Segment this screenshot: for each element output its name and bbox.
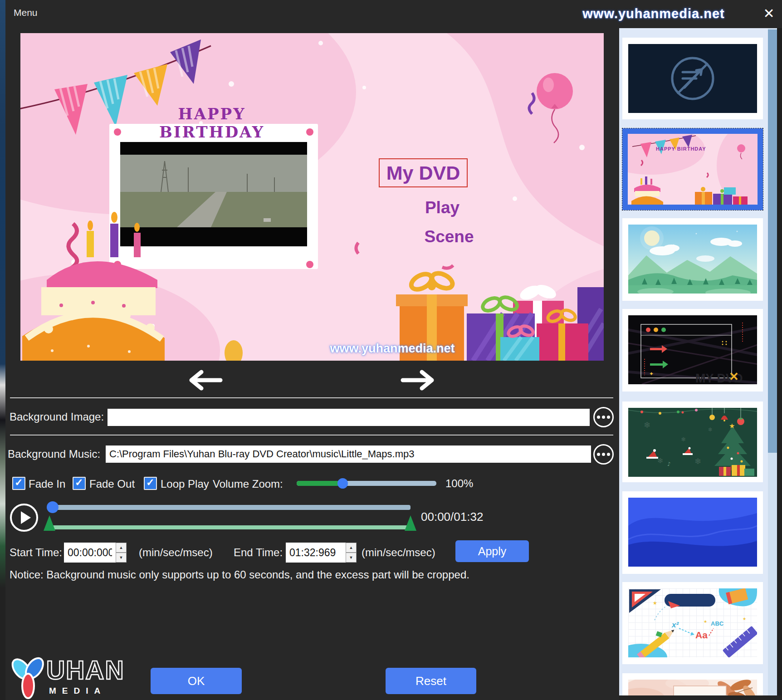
svg-text:Aa: Aa: [695, 630, 708, 640]
ellipsis-icon: [607, 453, 610, 456]
spin-up-icon[interactable]: ▲: [116, 543, 127, 553]
banner-text: HAPPY BIRTHDAY: [135, 105, 289, 141]
template-blue-waves[interactable]: [622, 491, 763, 574]
volume-slider-fill: [297, 481, 343, 486]
template-sidebar: HAPPY BIRTHDAY: [619, 28, 782, 700]
watermark-top: www.yuhanmedia.net: [556, 6, 752, 21]
end-time-spinner[interactable]: ▲ ▼: [346, 543, 357, 563]
svg-text:❄: ❄: [657, 456, 663, 465]
svg-text:x²: x²: [671, 621, 679, 629]
trim-end-handle[interactable]: [405, 515, 416, 531]
template-no-template[interactable]: [622, 38, 763, 119]
svg-text:★: ★: [653, 600, 657, 606]
ellipsis-icon: [602, 416, 605, 419]
tech-dark-thumbnail: ✦ MY DVD ✕: [628, 315, 757, 384]
reset-button[interactable]: Reset: [386, 668, 476, 694]
close-button[interactable]: ✕: [758, 3, 779, 24]
player-time: 00:00/01:32: [421, 510, 483, 524]
yuhan-logo-text: UHAN: [46, 655, 125, 685]
svg-text:❄: ❄: [708, 426, 713, 433]
end-time-label: End Time:: [234, 546, 283, 559]
fade-out-label: Fade Out: [89, 478, 135, 490]
background-image-input[interactable]: [108, 409, 590, 426]
close-icon: ✕: [763, 5, 774, 21]
ok-button[interactable]: OK: [151, 668, 242, 694]
svg-text:★: ★: [704, 619, 707, 624]
window-bottom-edge: [619, 695, 782, 700]
ellipsis-icon: [597, 416, 600, 419]
menu-preview: HAPPY BIRTHDAY My DVD Play Scene www.yuh…: [20, 33, 604, 361]
svg-text:❄: ❄: [694, 456, 701, 466]
template-school[interactable]: ★ x² Aa ABC ★ ★: [622, 582, 763, 664]
svg-text:★: ★: [743, 617, 746, 621]
spin-down-icon[interactable]: ▼: [116, 553, 127, 563]
sidebar-scrollbar-thumb[interactable]: [768, 29, 777, 453]
start-time-input[interactable]: [64, 543, 116, 563]
volume-slider[interactable]: [297, 481, 436, 486]
template-happy-birthday[interactable]: HAPPY BIRTHDAY: [622, 128, 763, 210]
watermark-preview: www.yuhanmedia.net: [308, 342, 476, 356]
apply-button[interactable]: Apply: [455, 540, 529, 562]
divider-middle: [10, 435, 613, 436]
prev-template-button[interactable]: [185, 366, 226, 395]
volume-zoom-label: Volume Zoom:: [213, 478, 283, 490]
template-landscape[interactable]: [622, 218, 763, 301]
landscape-thumbnail: [628, 225, 757, 294]
background-music-input[interactable]: [106, 445, 591, 463]
loop-play-checkbox[interactable]: [144, 477, 157, 490]
progress-slider[interactable]: [49, 505, 411, 510]
svg-text:ABC: ABC: [711, 620, 724, 627]
spin-down-icon[interactable]: ▼: [346, 553, 357, 563]
next-template-button[interactable]: [397, 366, 438, 395]
dvd-title-box[interactable]: My DVD: [379, 158, 468, 187]
start-time-unit: (min/sec/msec): [139, 546, 213, 559]
happy-birthday-thumbnail: HAPPY BIRTHDAY: [628, 134, 758, 205]
notice-text: Notice: Background music only supports u…: [10, 568, 469, 581]
svg-text:♪: ♪: [667, 461, 671, 467]
template-tech-dark[interactable]: ✦ MY DVD ✕: [622, 309, 763, 392]
browse-music-button[interactable]: [593, 444, 614, 465]
divider-top: [10, 397, 613, 398]
svg-text:❄: ❄: [681, 436, 686, 443]
fade-out-checkbox[interactable]: [73, 477, 86, 490]
dialog-title: Menu: [14, 7, 38, 18]
volume-value: 100%: [445, 477, 473, 490]
spin-up-icon[interactable]: ▲: [346, 543, 357, 553]
menu-scene-button[interactable]: Scene: [401, 227, 497, 246]
svg-text:✕: ✕: [729, 370, 739, 383]
arrow-right-icon: [398, 367, 437, 393]
play-icon: [21, 511, 31, 524]
progress-thumb[interactable]: [47, 501, 59, 513]
background-image-label: Background Image:: [10, 411, 104, 423]
loop-play-label: Loop Play: [161, 478, 209, 490]
trim-range-bar[interactable]: [49, 525, 411, 529]
browse-image-button[interactable]: [593, 407, 614, 427]
svg-text:❄: ❄: [644, 420, 650, 430]
svg-text:★: ★: [729, 422, 735, 430]
end-time-unit: (min/sec/msec): [362, 546, 435, 559]
trim-start-handle[interactable]: [44, 515, 55, 531]
ellipsis-icon: [602, 453, 605, 456]
arrow-left-icon: [186, 367, 225, 393]
dvd-title: My DVD: [386, 162, 460, 184]
christmas-thumbnail: ❄❄ ❄❄ ❄❄ ❄: [628, 408, 757, 477]
volume-slider-thumb[interactable]: [337, 478, 348, 489]
school-thumbnail: ★ x² Aa ABC ★ ★: [628, 588, 757, 657]
template-christmas[interactable]: ❄❄ ❄❄ ❄❄ ❄: [622, 401, 763, 482]
start-time-spinner[interactable]: ▲ ▼: [116, 543, 127, 563]
background-window-edge: [0, 0, 5, 700]
menu-edit-dialog: Menu www.yuhanmedia.net ✕: [0, 0, 782, 700]
play-button[interactable]: [10, 504, 38, 532]
blue-waves-thumbnail: [628, 498, 757, 567]
birthday-background-art: [20, 33, 604, 361]
yuhan-logo-sub: MEDIA: [49, 686, 106, 696]
ellipsis-icon: [607, 416, 610, 419]
no-transition-icon: [628, 44, 757, 113]
fade-in-checkbox[interactable]: [12, 477, 25, 490]
menu-play-button[interactable]: Play: [399, 198, 485, 217]
background-music-label: Background Music:: [8, 448, 100, 460]
svg-text:✦: ✦: [649, 371, 654, 377]
window-right-edge: [777, 28, 782, 700]
end-time-input[interactable]: [286, 543, 346, 563]
svg-text:HAPPY BIRTHDAY: HAPPY BIRTHDAY: [656, 146, 706, 152]
